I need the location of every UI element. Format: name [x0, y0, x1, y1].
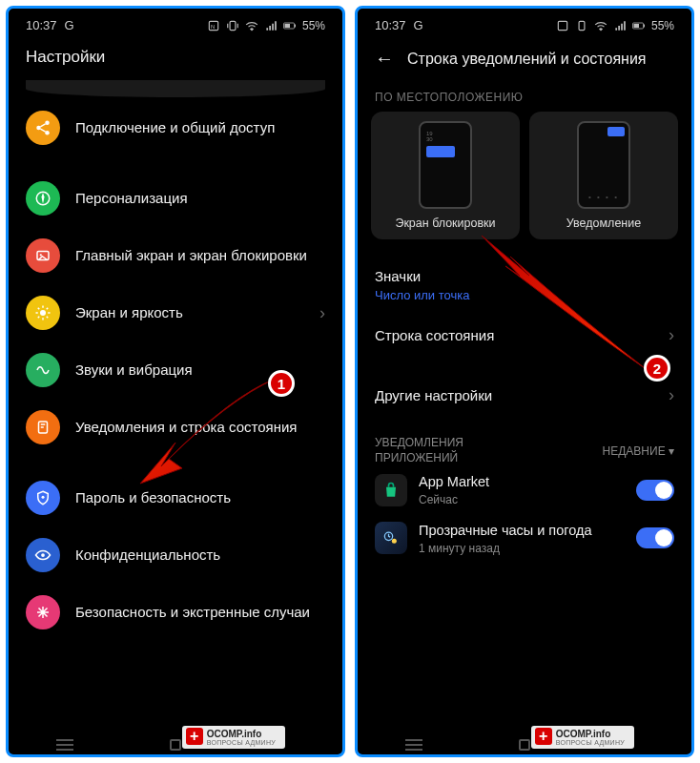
toggle-weather[interactable]	[636, 527, 674, 548]
settings-item-password[interactable]: Пароль и безопасность	[9, 469, 342, 526]
card-notification[interactable]: • • • • Уведомление	[529, 112, 678, 239]
svg-point-6	[45, 121, 50, 126]
watermark: + OCOMP.info ВОПРОСЫ АДМИНУ	[531, 726, 634, 749]
apps-section-header: УВЕДОМЛЕНИЯ ПРИЛОЖЕНИЙ НЕДАВНИЕ ▾	[358, 430, 691, 465]
watermark: + OCOMP.info ВОПРОСЫ АДМИНУ	[182, 726, 285, 749]
vibrate-icon	[575, 19, 588, 32]
svg-point-22	[392, 539, 397, 544]
status-bar: 10:37 G N 55%	[9, 9, 342, 38]
nav-recents[interactable]	[56, 739, 73, 751]
svg-point-15	[41, 553, 45, 557]
back-arrow-icon[interactable]: ←	[375, 48, 394, 70]
mock-phone-notif: • • • •	[577, 121, 630, 209]
status-bar: 10:37 G 55%	[358, 9, 691, 38]
status-icons: N 55%	[207, 19, 325, 32]
settings-item-safety[interactable]: Безопасность и экстренные случаи	[9, 584, 342, 641]
app-row-market[interactable]: App Market Сейчас	[358, 465, 691, 514]
sort-recent[interactable]: НЕДАВНИЕ ▾	[603, 444, 674, 458]
status-time: 10:37	[26, 18, 57, 32]
chevron-right-icon: ›	[319, 303, 325, 323]
shield-icon	[26, 481, 60, 515]
settings-item-display[interactable]: Экран и яркость ›	[9, 284, 342, 341]
nav-bar	[9, 733, 342, 754]
svg-rect-19	[644, 24, 645, 27]
annotation-badge-1: 1	[268, 370, 295, 397]
page-header: ← Строка уведомлений и состояния	[358, 38, 691, 83]
settings-item-label: Уведомления и строка состояния	[75, 418, 325, 437]
setting-other[interactable]: Другие настройки ›	[358, 372, 691, 419]
weather-clock-icon	[375, 522, 407, 554]
top-arc	[26, 80, 325, 97]
image-icon	[26, 238, 60, 273]
section-header-position: ПО МЕСТОПОЛОЖЕНИЮ	[358, 83, 691, 112]
settings-item-notifications[interactable]: Уведомления и строка состояния	[9, 399, 342, 456]
svg-point-14	[42, 496, 45, 499]
mock-phone-lock: 1930	[419, 121, 472, 209]
settings-item-label: Безопасность и экстренные случаи	[75, 603, 325, 622]
svg-rect-4	[295, 24, 296, 27]
notification-icon	[26, 410, 60, 444]
assistant-indicator: G	[65, 18, 74, 32]
battery-percent: 55%	[302, 19, 325, 32]
watermark-plus-icon: +	[535, 728, 552, 745]
settings-item-label: Персонализация	[75, 189, 325, 208]
setting-status-line[interactable]: Строка состояния ›	[358, 312, 691, 359]
chevron-right-icon: ›	[669, 385, 674, 405]
app-row-weather[interactable]: Прозрачные часы и погода 1 минуту назад	[358, 514, 691, 563]
svg-rect-20	[633, 24, 639, 28]
nfc-icon: N	[207, 19, 220, 32]
nav-bar	[358, 733, 691, 754]
battery-icon	[283, 19, 297, 32]
svg-point-7	[36, 126, 41, 131]
asterisk-icon	[26, 595, 60, 629]
signal-icon	[613, 19, 627, 32]
settings-item-label: Подключение и общий доступ	[75, 118, 325, 137]
settings-item-privacy[interactable]: Конфиденциальность	[9, 526, 342, 584]
settings-item-label: Главный экран и экран блокировки	[75, 246, 325, 265]
status-time: 10:37	[375, 18, 406, 32]
nav-home[interactable]	[519, 739, 530, 751]
share-icon	[26, 111, 60, 145]
sound-icon	[26, 353, 60, 387]
svg-rect-17	[579, 21, 585, 30]
nav-home[interactable]	[170, 739, 181, 751]
page-title: Строка уведомлений и состояния	[407, 51, 646, 68]
svg-point-8	[45, 131, 50, 135]
svg-rect-16	[558, 21, 566, 30]
annotation-badge-2: 2	[644, 355, 670, 382]
battery-icon	[632, 19, 646, 32]
chevron-right-icon: ›	[669, 325, 674, 345]
settings-item-label: Конфиденциальность	[75, 546, 325, 565]
svg-text:N: N	[211, 23, 215, 29]
app-market-icon	[375, 474, 407, 506]
page-title: Настройки	[9, 38, 342, 80]
wifi-icon	[594, 19, 607, 32]
vibrate-icon	[226, 19, 239, 32]
nfc-icon	[556, 19, 569, 32]
assistant-indicator: G	[414, 18, 423, 32]
sun-icon	[26, 296, 60, 330]
settings-item-label: Пароль и безопасность	[75, 488, 325, 507]
signal-icon	[264, 19, 278, 32]
right-screenshot: 10:37 G 55% ← Строка уведомлений и состо…	[355, 6, 694, 757]
eye-icon	[26, 538, 60, 572]
nav-recents[interactable]	[405, 739, 422, 751]
svg-rect-2	[230, 21, 236, 30]
settings-item-personalization[interactable]: Персонализация	[9, 170, 342, 227]
settings-item-label: Экран и яркость	[75, 303, 304, 322]
compass-icon	[26, 181, 60, 216]
card-lock-screen[interactable]: 1930 Экран блокировки	[371, 112, 520, 239]
toggle-app-market[interactable]	[636, 480, 674, 501]
settings-item-home-lock[interactable]: Главный экран и экран блокировки	[9, 227, 342, 284]
setting-icons[interactable]: Значки Число или точка	[358, 264, 691, 312]
wifi-icon	[245, 19, 258, 32]
svg-rect-5	[284, 24, 290, 28]
settings-item-connection-sharing[interactable]: Подключение и общий доступ	[9, 99, 342, 156]
svg-point-11	[40, 254, 42, 256]
battery-percent: 55%	[651, 19, 674, 32]
watermark-plus-icon: +	[186, 728, 203, 745]
status-icons: 55%	[556, 19, 674, 32]
svg-point-12	[40, 310, 46, 316]
left-screenshot: 10:37 G N 55% Настройки Подключение и об…	[6, 6, 345, 757]
